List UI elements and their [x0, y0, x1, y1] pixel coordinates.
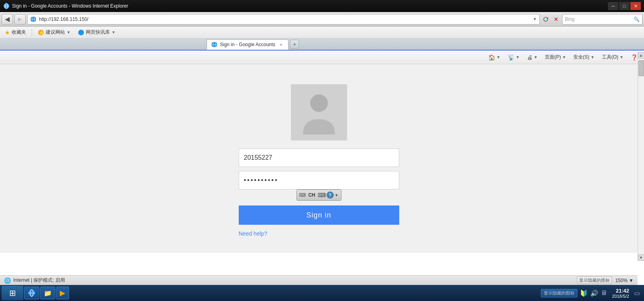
start-icon: ⊞	[9, 288, 16, 298]
taskbar-folder-item[interactable]: 📁	[40, 287, 55, 299]
rss-arrow-icon[interactable]: ▼	[516, 55, 520, 59]
web-feeds-arrow-icon[interactable]: ▼	[112, 30, 116, 35]
vpn-icon: 🔰	[580, 289, 588, 297]
tab-title: Sign in - Google Accounts	[220, 42, 275, 47]
scroll-thumb[interactable]	[638, 60, 644, 76]
status-bar: 🌐 Internet | 保护模式: 启用 显示隐藏的图标 150% ▼	[0, 275, 638, 285]
search-area[interactable]: Bing 🔍	[562, 14, 642, 24]
internet-globe-icon: 🌐	[4, 277, 11, 284]
security-menu-label: 安全(S)	[573, 54, 589, 61]
taskbar-ie-item[interactable]	[24, 287, 39, 299]
close-button[interactable]: ✕	[630, 2, 641, 10]
taskbar-media-item[interactable]: ▶	[56, 287, 69, 299]
address-field[interactable]: http://192.168.115.150/ ▼	[27, 14, 540, 24]
favorites-label: 收藏夹	[12, 29, 26, 36]
web-feeds-item[interactable]: 🌐 网页快讯库 ▼	[76, 28, 117, 37]
zoom-arrow-icon: ▼	[629, 278, 634, 283]
page-menu-label: 页面(P)	[545, 54, 561, 61]
print-icon: 🖨	[527, 54, 532, 61]
signin-button[interactable]: Sign in	[239, 205, 399, 225]
svg-text:⭐: ⭐	[39, 31, 44, 35]
home-button[interactable]: 🏠 ▼	[486, 53, 503, 61]
page-arrow-icon[interactable]: ▼	[562, 55, 566, 59]
minimize-button[interactable]: ─	[608, 2, 618, 10]
scroll-down-button[interactable]: ▼	[638, 254, 644, 261]
show-hidden-icons-button[interactable]: 显示隐藏的图标	[577, 277, 612, 284]
home-icon: 🏠	[488, 54, 495, 61]
network-icon: 🖥	[601, 289, 607, 297]
show-hidden-taskbar-button[interactable]: 显示隐藏的图标	[541, 289, 577, 297]
password-input[interactable]	[239, 171, 399, 189]
maximize-button[interactable]: □	[619, 2, 630, 10]
print-button[interactable]: 🖨 ▼	[524, 53, 540, 61]
favorites-divider	[32, 29, 32, 36]
suggested-sites-item[interactable]: ⭐ 建议网站 ▼	[36, 28, 72, 37]
taskbar: ⊞ 📁 ▶ 显示隐藏的图标 🔰 🔊 🖥 21:42 2018/5/2 ▭	[0, 285, 644, 301]
title-bar-controls: ─ □ ✕	[608, 2, 641, 10]
favorites-bar: ★ 收藏夹 ⭐ 建议网站 ▼ 🌐 网页快讯库 ▼	[0, 26, 644, 39]
status-text: Internet | 保护模式: 启用	[13, 277, 65, 284]
url-display: http://192.168.115.150/	[39, 16, 530, 22]
minimize-all-button[interactable]: ▭	[634, 289, 640, 297]
web-feeds-icon: 🌐	[78, 29, 84, 36]
help-icon: ❓	[631, 54, 638, 61]
tools-arrow-icon[interactable]: ▼	[620, 55, 624, 59]
refresh-icon	[542, 16, 549, 22]
user-avatar-icon	[299, 90, 339, 134]
stop-button[interactable]: ✕	[552, 14, 561, 24]
rss-button[interactable]: 📡 ▼	[505, 53, 522, 61]
username-input[interactable]	[239, 148, 399, 167]
address-dropdown-icon[interactable]: ▼	[533, 17, 537, 21]
avatar	[291, 84, 347, 140]
taskbar-right: 显示隐藏的图标 🔰 🔊 🖥 21:42 2018/5/2 ▭	[541, 288, 642, 299]
svg-point-16	[310, 94, 328, 112]
ime-help-button[interactable]: ?	[327, 191, 334, 199]
home-arrow-icon[interactable]: ▼	[496, 55, 500, 59]
need-help-link[interactable]: Need help?	[239, 230, 268, 237]
scroll-up-button[interactable]: ▲	[638, 52, 644, 59]
page-icon	[30, 16, 37, 22]
web-feeds-label: 网页快讯库	[86, 29, 110, 36]
tools-menu-label: 工具(O)	[602, 54, 618, 61]
forward-button[interactable]: ▶	[14, 14, 26, 24]
start-button[interactable]: ⊞	[2, 286, 23, 300]
title-bar: Sign in - Google Accounts - Windows Inte…	[0, 0, 644, 12]
tab-icon	[211, 41, 217, 48]
security-arrow-icon[interactable]: ▼	[591, 55, 595, 59]
search-icon[interactable]: 🔍	[634, 16, 640, 22]
tools-menu[interactable]: 工具(O) ▼	[599, 53, 626, 61]
page-menu[interactable]: 页面(P) ▼	[542, 53, 569, 61]
status-left: 🌐 Internet | 保护模式: 启用	[4, 277, 577, 284]
reload-button[interactable]	[541, 14, 550, 24]
taskbar-ie-icon	[28, 289, 36, 297]
security-menu[interactable]: 安全(S) ▼	[571, 53, 597, 61]
zoom-control[interactable]: 150% ▼	[615, 278, 634, 283]
ime-language-label: CH	[307, 192, 317, 198]
taskbar-folder-icon: 📁	[44, 289, 52, 297]
new-tab-button[interactable]: +	[290, 40, 299, 49]
active-tab[interactable]: Sign in - Google Accounts ×	[207, 39, 288, 50]
svg-text:🌐: 🌐	[79, 31, 84, 35]
favorites-menu-item[interactable]: ★ 收藏夹	[3, 28, 28, 37]
ie-title-icon	[3, 3, 10, 9]
clock-date: 2018/5/2	[612, 294, 629, 299]
taskbar-media-icon: ▶	[60, 289, 65, 297]
rss-icon: 📡	[508, 54, 514, 61]
system-clock[interactable]: 21:42 2018/5/2	[609, 288, 632, 299]
suggested-sites-arrow-icon[interactable]: ▼	[67, 30, 71, 35]
title-bar-left: Sign in - Google Accounts - Windows Inte…	[3, 3, 128, 9]
suggested-sites-icon: ⭐	[38, 29, 44, 36]
speaker-icon: 🔊	[590, 289, 598, 297]
zoom-level-label: 150%	[615, 278, 628, 283]
signin-card: ⌨ CH ⌨ ? ▼ Sign in Need help?	[229, 84, 409, 237]
print-arrow-icon[interactable]: ▼	[534, 55, 538, 59]
vertical-scrollbar[interactable]: ▲ ▼	[638, 52, 644, 261]
scroll-track[interactable]	[638, 76, 644, 254]
clock-time: 21:42	[612, 288, 629, 294]
favorites-star-icon: ★	[5, 29, 10, 36]
back-button[interactable]: ◀	[2, 14, 13, 24]
ime-kb-icon: ⌨	[318, 192, 326, 198]
tab-close-button[interactable]: ×	[278, 41, 284, 48]
ime-arrow-icon[interactable]: ▼	[335, 193, 339, 197]
tab-bar: Sign in - Google Accounts × +	[0, 39, 644, 51]
